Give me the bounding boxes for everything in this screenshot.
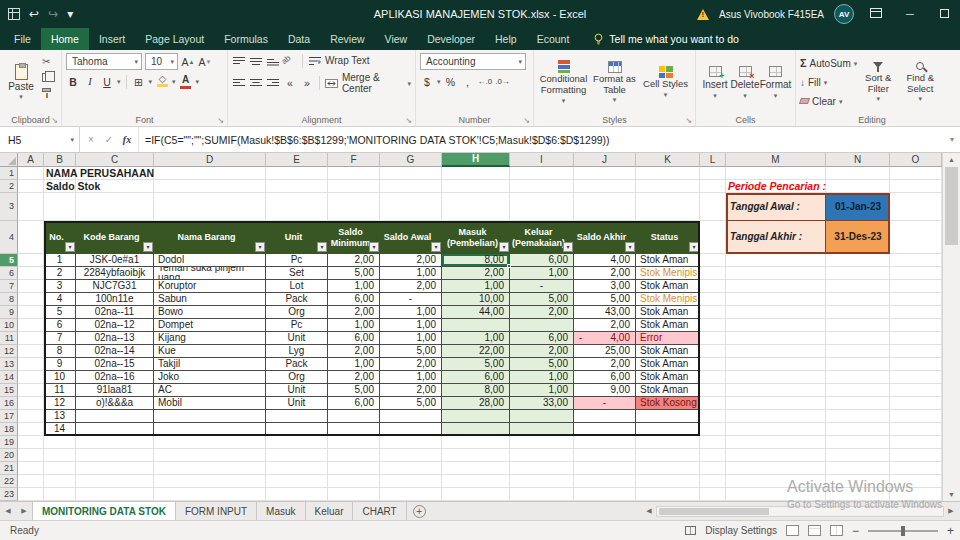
cell-E4[interactable]: Unit▾: [266, 221, 328, 254]
vertical-scrollbar[interactable]: ▲ ▼: [942, 153, 960, 501]
cell-C21[interactable]: [76, 462, 154, 475]
cell-M23[interactable]: [726, 488, 826, 501]
cell-A3[interactable]: [18, 193, 44, 221]
number-dialog-launcher[interactable]: ↘: [523, 116, 530, 125]
zoom-slider-thumb[interactable]: [901, 526, 905, 536]
cell-M17[interactable]: [726, 410, 826, 423]
filter-button-no[interactable]: ▾: [65, 242, 75, 252]
cell-M10[interactable]: [726, 319, 826, 332]
sheet-tab-keluar[interactable]: Keluar: [306, 502, 354, 520]
cell-G20[interactable]: [380, 449, 442, 462]
bold-button[interactable]: B: [66, 74, 80, 89]
insert-cells-button[interactable]: + Insert ▾: [700, 53, 730, 111]
cell-B21[interactable]: [44, 462, 76, 475]
cell-D5[interactable]: Dodol: [154, 254, 266, 267]
cell-F7[interactable]: 1,00: [328, 280, 380, 293]
filter-button-saldo-awal[interactable]: ▾: [431, 242, 441, 252]
row-header-2[interactable]: 2: [0, 180, 18, 193]
cell-N7[interactable]: [826, 280, 890, 293]
cell-J17[interactable]: [574, 410, 636, 423]
wrap-text-button[interactable]: Wrap Text: [325, 55, 370, 66]
cell-O13[interactable]: [890, 358, 942, 371]
cell-E3[interactable]: [266, 193, 328, 221]
hscroll-thumb[interactable]: [659, 508, 769, 515]
cell-G1[interactable]: [380, 167, 442, 180]
column-header-L[interactable]: L: [700, 153, 726, 167]
cell-M19[interactable]: [726, 436, 826, 449]
filter-button-saldo-minimum[interactable]: ▾: [369, 242, 379, 252]
cell-O22[interactable]: [890, 475, 942, 488]
row-header-22[interactable]: 22: [0, 475, 18, 488]
cell-M16[interactable]: [726, 397, 826, 410]
cell-E19[interactable]: [266, 436, 328, 449]
font-name-select[interactable]: Tahoma▾: [66, 53, 142, 70]
vscroll-down-arrow[interactable]: ▼: [943, 488, 960, 501]
cell-B15[interactable]: 11: [44, 384, 76, 397]
underline-dropdown-icon[interactable]: ▾: [117, 78, 121, 85]
cell-H20[interactable]: [442, 449, 510, 462]
align-center-button[interactable]: [249, 76, 263, 91]
new-sheet-button[interactable]: +: [413, 505, 426, 518]
autosum-button[interactable]: ΣAutoSum▾: [800, 55, 857, 71]
row-header-17[interactable]: 17: [0, 410, 18, 423]
alignment-dialog-launcher[interactable]: ↘: [405, 116, 412, 125]
cell-J19[interactable]: [574, 436, 636, 449]
cell-N5[interactable]: [826, 254, 890, 267]
cell-K10[interactable]: Stok Aman: [636, 319, 700, 332]
cell-N23[interactable]: [826, 488, 890, 501]
row-header-16[interactable]: 16: [0, 397, 18, 410]
cell-J12[interactable]: 25,00: [574, 345, 636, 358]
cell-G11[interactable]: 1,00: [380, 332, 442, 345]
font-size-select[interactable]: 10▾: [145, 53, 178, 70]
cell-I8[interactable]: 5,00: [510, 293, 574, 306]
cell-F5[interactable]: 2,00: [328, 254, 380, 267]
row-header-8[interactable]: 8: [0, 293, 18, 306]
ribbon-display-options-button[interactable]: [864, 8, 888, 20]
cell-N17[interactable]: [826, 410, 890, 423]
cell-K13[interactable]: Stok Aman: [636, 358, 700, 371]
cell-B22[interactable]: [44, 475, 76, 488]
cell-H15[interactable]: 8,00: [442, 384, 510, 397]
ribbon-tab-file[interactable]: File: [4, 28, 41, 50]
cell-M5[interactable]: [726, 254, 826, 267]
cell-A12[interactable]: [18, 345, 44, 358]
cell-N19[interactable]: [826, 436, 890, 449]
decrease-indent-button[interactable]: «: [283, 76, 297, 91]
cell-A15[interactable]: [18, 384, 44, 397]
cell-O16[interactable]: [890, 397, 942, 410]
maximize-button[interactable]: [932, 8, 956, 20]
qat-customize-arrow-icon[interactable]: ▾: [67, 8, 73, 20]
cell-F15[interactable]: 5,00: [328, 384, 380, 397]
row-header-3[interactable]: 3: [0, 193, 18, 221]
cell-G6[interactable]: 1,00: [380, 267, 442, 280]
cell-N3[interactable]: 01-Jan-23: [826, 193, 890, 221]
cell-J16[interactable]: -: [574, 397, 636, 410]
cell-M4[interactable]: Tanggal Akhir :: [726, 221, 826, 254]
filter-button-saldo-akhir[interactable]: ▾: [625, 242, 635, 252]
cell-L19[interactable]: [700, 436, 726, 449]
cell-D22[interactable]: [154, 475, 266, 488]
cell-O10[interactable]: [890, 319, 942, 332]
cell-I2[interactable]: [510, 180, 574, 193]
cell-L14[interactable]: [700, 371, 726, 384]
italic-button[interactable]: I: [83, 74, 97, 89]
cell-M20[interactable]: [726, 449, 826, 462]
cell-N12[interactable]: [826, 345, 890, 358]
paste-button[interactable]: Paste ▾: [4, 53, 38, 111]
undo-button[interactable]: ↩: [29, 8, 39, 20]
cell-L7[interactable]: [700, 280, 726, 293]
cell-C17[interactable]: [76, 410, 154, 423]
cell-K4[interactable]: Status▾: [636, 221, 700, 254]
cell-D18[interactable]: [154, 423, 266, 436]
cell-N14[interactable]: [826, 371, 890, 384]
cell-H8[interactable]: 10,00: [442, 293, 510, 306]
cell-I16[interactable]: 33,00: [510, 397, 574, 410]
cell-M3[interactable]: Tanggal Awal :: [726, 193, 826, 221]
zoom-slider[interactable]: [868, 530, 938, 532]
cell-E21[interactable]: [266, 462, 328, 475]
clear-button[interactable]: Clear▾: [800, 93, 857, 109]
cell-B7[interactable]: 3: [44, 280, 76, 293]
percent-style-button[interactable]: %: [444, 74, 458, 89]
cell-H23[interactable]: [442, 488, 510, 501]
conditional-formatting-button[interactable]: Conditional Formatting ▾: [538, 53, 589, 111]
